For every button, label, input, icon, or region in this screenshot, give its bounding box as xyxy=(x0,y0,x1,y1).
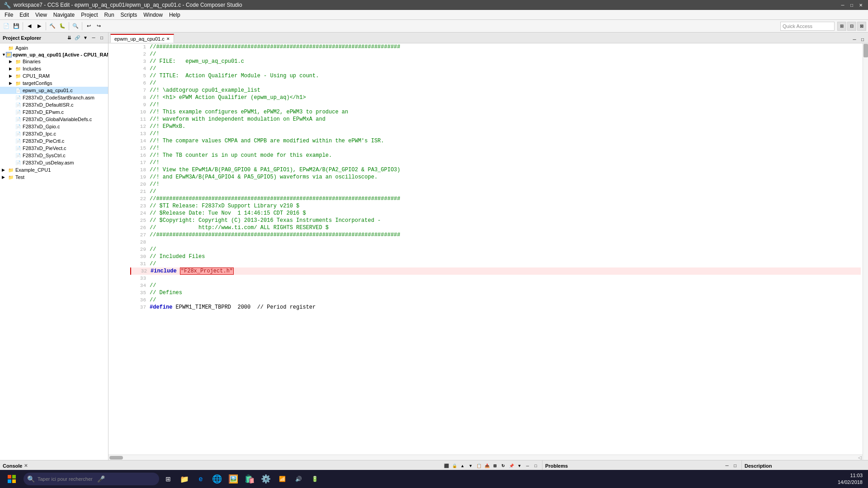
taskbar-edge[interactable]: e xyxy=(193,472,208,486)
tree-item-13[interactable]: 📄F2837xD_PieCrtl.c xyxy=(0,137,108,145)
taskbar-photos[interactable]: 🖼️ xyxy=(226,472,241,486)
console-clear-btn[interactable]: ⬛ xyxy=(443,462,450,469)
tree-label-12: F2837xD_Ipc.c xyxy=(23,131,56,136)
editor-minimize-btn[interactable]: ─ xyxy=(851,36,858,43)
quick-access-box[interactable]: Quick Access xyxy=(780,22,835,31)
problems-maximize-btn[interactable]: □ xyxy=(731,462,739,469)
close-button[interactable]: ✕ xyxy=(857,1,864,9)
tab-close-btn[interactable]: ✕ xyxy=(166,37,170,41)
tree-item-17[interactable]: ▶📁Example_CPU1 xyxy=(0,166,108,174)
pe-minimize-btn[interactable]: ─ xyxy=(90,34,97,42)
tree-item-8[interactable]: 📄F2837xD_DefaultISR.c xyxy=(0,101,108,108)
horizontal-scrollbar[interactable]: ◁ xyxy=(108,455,863,460)
console-settings-btn[interactable]: ▼ xyxy=(516,462,523,469)
tree-label-8: F2837xD_DefaultISR.c xyxy=(23,102,74,108)
taskbar-network-icon[interactable]: 📶 xyxy=(275,472,289,486)
pe-collapse-btn[interactable]: ⇊ xyxy=(66,34,73,42)
back-button[interactable]: ◀ xyxy=(25,22,34,31)
tree-item-7[interactable]: 📄F2837xD_CodeStartBranch.asm xyxy=(0,94,108,101)
build-button[interactable]: 🔨 xyxy=(48,22,57,31)
view-btn-1[interactable]: ⊞ xyxy=(837,22,846,31)
menu-item-edit[interactable]: Edit xyxy=(17,11,32,19)
tree-item-10[interactable]: 📄F2837xD_GlobalVariableDefs.c xyxy=(0,116,108,123)
undo-button[interactable]: ↩ xyxy=(84,22,93,31)
view-btn-2[interactable]: ⊟ xyxy=(847,22,856,31)
maximize-button[interactable]: □ xyxy=(848,1,855,9)
taskbar-clock[interactable]: 11:03 14/02/2018 xyxy=(838,472,866,486)
pe-menu-btn[interactable]: ▼ xyxy=(82,34,89,42)
editor-vertical-scrollbar[interactable] xyxy=(863,43,868,460)
tree-label-4: CPU1_RAM xyxy=(23,73,50,79)
taskbar-battery-icon[interactable]: 🔋 xyxy=(307,472,322,486)
tree-item-9[interactable]: 📄F2837xD_EPwm.c xyxy=(0,108,108,116)
save-button[interactable]: 💾 xyxy=(12,22,21,31)
console-paste-btn[interactable]: 📥 xyxy=(483,462,491,469)
code-line-22: 22//####################################… xyxy=(130,195,861,202)
tree-arrow-4: ▶ xyxy=(9,74,14,78)
tree-item-5[interactable]: ▶📁targetConfigs xyxy=(0,80,108,87)
tree-item-1[interactable]: ▼📁epwm_up_aq_cpu01 [Active - CPU1_RAM] xyxy=(0,52,108,58)
tree-item-11[interactable]: 📄F2837xD_Gpio.c xyxy=(0,123,108,130)
taskbar-task-view[interactable]: ⊞ xyxy=(161,472,175,486)
console-refresh-btn[interactable]: ↻ xyxy=(500,462,507,469)
code-line-4: 4// xyxy=(130,65,861,72)
quick-access-label: Quick Access xyxy=(783,23,812,29)
tree-item-18[interactable]: ▶📁Test xyxy=(0,174,108,181)
menu-item-run[interactable]: Run xyxy=(102,11,117,19)
menu-item-scripts[interactable]: Scripts xyxy=(118,11,140,19)
debug-button[interactable]: 🐛 xyxy=(58,22,67,31)
project-explorer: Project Explorer ⇊ 🔗 ▼ ─ □ 📁Again▼📁epwm_… xyxy=(0,33,108,460)
tree-item-2[interactable]: ▶📁Binaries xyxy=(0,58,108,65)
tree-item-3[interactable]: ▶📁Includes xyxy=(0,65,108,72)
tree-item-16[interactable]: 📄F2837xD_usDelay.asm xyxy=(0,159,108,166)
menu-item-navigate[interactable]: Navigate xyxy=(51,11,77,19)
tree-item-6[interactable]: 📄epwm_up_aq_cpu01.c xyxy=(0,87,108,94)
code-line-31: 31// xyxy=(130,260,861,267)
pe-maximize-btn[interactable]: □ xyxy=(98,34,105,42)
taskbar-ccs[interactable]: ⚙️ xyxy=(259,472,273,486)
taskbar-sound-icon[interactable]: 🔊 xyxy=(291,472,306,486)
tree-item-0[interactable]: 📁Again xyxy=(0,44,108,52)
tree-item-4[interactable]: ▶📁CPU1_RAM xyxy=(0,72,108,80)
redo-button[interactable]: ↪ xyxy=(94,22,103,31)
console-maximize-btn[interactable]: □ xyxy=(532,462,539,469)
taskbar-date: 14/02/2018 xyxy=(838,479,863,486)
console-up-btn[interactable]: ▲ xyxy=(459,462,466,469)
console-pin-btn[interactable]: 📌 xyxy=(508,462,515,469)
tree-label-10: F2837xD_GlobalVariableDefs.c xyxy=(23,117,92,122)
tree-item-14[interactable]: 📄F2837xD_PieVect.c xyxy=(0,145,108,152)
tree-label-9: F2837xD_EPwm.c xyxy=(23,109,64,115)
console-copy-btn[interactable]: 📋 xyxy=(475,462,482,469)
search-button[interactable]: 🔍 xyxy=(71,22,80,31)
editor-content[interactable]: 1//#####################################… xyxy=(108,43,863,455)
horizontal-scroll-thumb[interactable] xyxy=(109,456,123,460)
menu-item-file[interactable]: File xyxy=(2,11,16,19)
taskbar-store[interactable]: 🛍️ xyxy=(242,472,257,486)
menu-item-view[interactable]: View xyxy=(33,11,50,19)
console-grid-btn[interactable]: ⊞ xyxy=(491,462,499,469)
menu-item-window[interactable]: Window xyxy=(141,11,165,19)
tree-icon-0: 📁 xyxy=(7,45,14,51)
code-line-35: 35// Defines xyxy=(130,289,861,296)
forward-button[interactable]: ▶ xyxy=(35,22,44,31)
menubar: FileEditViewNavigateProjectRunScriptsWin… xyxy=(0,10,868,20)
taskbar-chrome[interactable]: 🌐 xyxy=(210,472,224,486)
taskbar-search[interactable]: 🔍 Taper ici pour rechercher 🎤 xyxy=(24,473,159,485)
editor-maximize-btn[interactable]: □ xyxy=(859,36,866,43)
tree-item-15[interactable]: 📄F2837xD_SysCtrl.c xyxy=(0,152,108,159)
taskbar-file-explorer[interactable]: 📁 xyxy=(177,472,192,486)
menu-item-project[interactable]: Project xyxy=(78,11,100,19)
editor-tab-main[interactable]: epwm_up_aq_cpu01.c ✕ xyxy=(110,34,174,43)
console-down-btn[interactable]: ▼ xyxy=(467,462,474,469)
problems-minimize-btn[interactable]: ─ xyxy=(723,462,731,469)
menu-item-help[interactable]: Help xyxy=(166,11,183,19)
console-scroll-lock-btn[interactable]: 🔒 xyxy=(451,462,458,469)
new-button[interactable]: 📄 xyxy=(2,22,11,31)
code-line-17: 17//! xyxy=(130,159,861,166)
minimize-button[interactable]: ─ xyxy=(839,1,846,9)
view-btn-3[interactable]: ⊠ xyxy=(857,22,866,31)
start-button[interactable] xyxy=(2,471,22,487)
console-minimize-btn[interactable]: ─ xyxy=(524,462,531,469)
pe-link-btn[interactable]: 🔗 xyxy=(74,34,81,42)
tree-item-12[interactable]: 📄F2837xD_Ipc.c xyxy=(0,130,108,137)
